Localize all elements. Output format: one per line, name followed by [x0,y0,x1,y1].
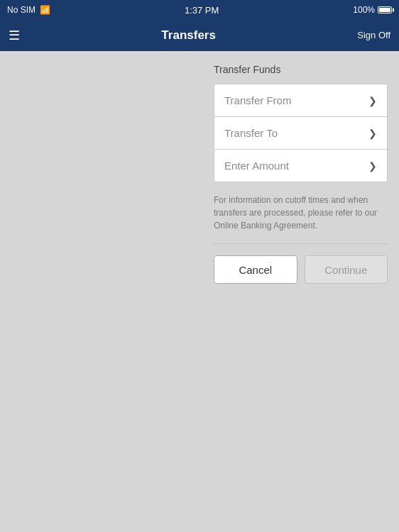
status-bar: No SIM 📶 1:37 PM 100% [0,0,399,20]
enter-amount-row[interactable]: Enter Amount ❯ [214,150,387,182]
section-title: Transfer Funds [214,64,388,75]
continue-button: Continue [305,255,388,284]
transfer-from-chevron: ❯ [368,95,377,106]
transfer-from-label: Transfer From [224,94,291,106]
right-panel: Transfer Funds Transfer From ❯ Transfer … [202,51,399,532]
carrier-text: No SIM [7,5,35,15]
button-row: Cancel Continue [214,255,388,284]
info-text: For information on cutoff times and when… [214,194,388,232]
transfer-from-row[interactable]: Transfer From ❯ [214,84,387,117]
enter-amount-chevron: ❯ [368,160,377,172]
status-time: 1:37 PM [185,5,219,16]
battery-percent: 100% [353,5,375,15]
divider [214,243,388,244]
hamburger-menu-icon[interactable]: ☰ [9,29,20,42]
status-right: 100% [353,5,392,15]
wifi-icon: 📶 [40,5,50,15]
nav-title: Transfers [20,28,357,43]
transfer-form-card: Transfer From ❯ Transfer To ❯ Enter Amou… [214,84,388,182]
transfer-to-chevron: ❯ [368,128,377,139]
cancel-button[interactable]: Cancel [214,255,297,284]
status-left: No SIM 📶 [7,5,50,15]
sign-off-button[interactable]: Sign Off [357,30,390,40]
battery-icon [378,6,392,13]
nav-bar: ☰ Transfers Sign Off [0,20,399,51]
enter-amount-label: Enter Amount [224,160,289,172]
transfer-to-label: Transfer To [224,127,278,139]
transfer-to-row[interactable]: Transfer To ❯ [214,117,387,150]
main-content: Transfer Funds Transfer From ❯ Transfer … [0,51,399,532]
sidebar-area [0,51,202,532]
